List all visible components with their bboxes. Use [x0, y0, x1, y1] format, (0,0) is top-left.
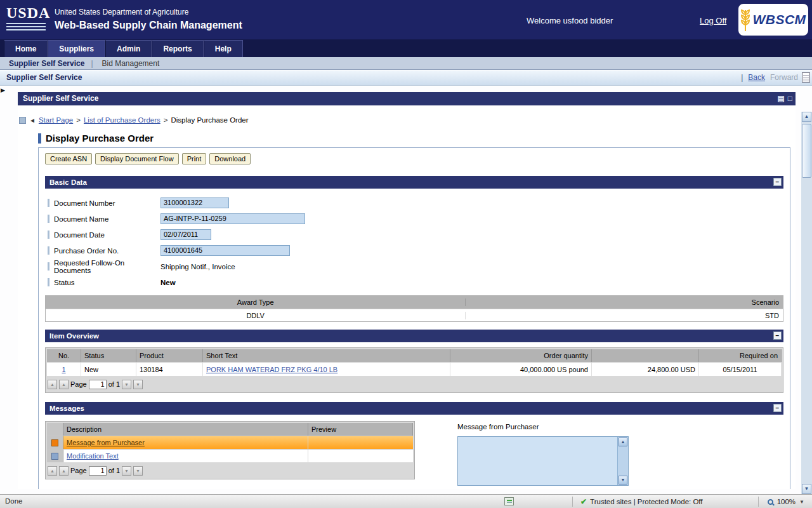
item-pagination: ▲ ▲ Page of 1 ▼ ▼: [47, 377, 782, 391]
panel-body: ◄ Start Page > List of Purchase Orders >…: [18, 105, 796, 489]
crumb-list-of-purchase-orders[interactable]: List of Purchase Orders: [84, 116, 160, 124]
field-marker: [48, 199, 49, 207]
maximize-icon[interactable]: □: [788, 92, 792, 105]
field-marker: [48, 246, 49, 255]
collapse-icon[interactable]: −: [773, 404, 782, 412]
back-link[interactable]: Back: [748, 73, 765, 82]
tab-suppliers[interactable]: Suppliers: [48, 40, 105, 57]
page-scrollbar[interactable]: ▲ ▼: [801, 112, 812, 494]
tab-reports[interactable]: Reports: [152, 40, 203, 57]
textarea-scrollbar[interactable]: ▲ ▼: [617, 437, 628, 485]
history-box-icon[interactable]: [19, 117, 26, 124]
logoff-link[interactable]: Log Off: [700, 16, 726, 25]
subnav-bid-management[interactable]: Bid Management: [93, 59, 169, 68]
messages-pagination: ▲ ▲ Page of 1 ▼ ▼: [47, 464, 413, 478]
create-asn-button[interactable]: Create ASN: [45, 153, 92, 164]
first-page-button[interactable]: ▲: [48, 380, 57, 389]
purchase-order-no-label: Purchase Order No.: [54, 247, 160, 255]
display-document-flow-button[interactable]: Display Document Flow: [95, 153, 179, 164]
scroll-up-icon[interactable]: ▲: [619, 438, 627, 446]
messages-section-header: Messages −: [45, 402, 783, 415]
tab-help[interactable]: Help: [204, 40, 243, 57]
document-number-value: 3100001322: [160, 197, 229, 208]
toolbar: Create ASN Display Document Flow Print D…: [45, 153, 790, 164]
col-status: Status: [81, 349, 136, 362]
messages-table: Description Preview Message from Purchas…: [45, 421, 415, 479]
status-bar: Done ✔ Trusted sites | Protected Mode: O…: [0, 494, 812, 508]
app-title: Web-Based Supply Chain Management: [55, 20, 242, 31]
wbscm-logo: WBSCM: [738, 4, 808, 36]
browser-zone-icon: [504, 497, 514, 505]
document-icon[interactable]: [802, 72, 810, 83]
item-short-text-link[interactable]: PORK HAM WATERAD FRZ PKG 4/10 LB: [206, 366, 337, 373]
notes-icon[interactable]: ▤: [777, 92, 784, 105]
col-required-on: Required on: [699, 349, 782, 362]
item-table: No. Status Product Short Text Order quan…: [45, 347, 783, 393]
content-box: Create ASN Display Document Flow Print D…: [38, 147, 790, 489]
zoom-control[interactable]: 100% ▼: [758, 497, 804, 507]
message-row-selected: Message from Purchaser: [47, 436, 413, 449]
follow-on-documents-value: Shipping Notif., Invoice: [160, 263, 235, 271]
scroll-down-button[interactable]: ▼: [802, 484, 811, 494]
crumb-separator: >: [76, 116, 81, 124]
print-button[interactable]: Print: [182, 153, 207, 164]
usda-logo: USDA: [6, 4, 48, 35]
message-preview-cell: [308, 436, 413, 449]
item-product: 130184: [136, 363, 203, 376]
panel-title: Supplier Self Service: [23, 94, 98, 103]
scroll-up-button[interactable]: ▲: [802, 112, 811, 122]
scenario-header: Scenario: [466, 298, 783, 306]
scroll-thumb[interactable]: [802, 124, 811, 178]
crumb-start-page[interactable]: Start Page: [39, 116, 73, 124]
col-marker: [47, 423, 63, 436]
next-page-button[interactable]: ▼: [122, 466, 131, 476]
welcome-text: Welcome usfood bidder: [527, 16, 613, 25]
wbscm-logo-text: WBSCM: [752, 12, 806, 27]
page-input[interactable]: [89, 466, 107, 476]
forward-link[interactable]: Forward: [770, 73, 798, 82]
crumb-current: Display Purchase Order: [171, 116, 249, 124]
app-header: USDA United States Department of Agricul…: [0, 0, 812, 39]
first-page-button[interactable]: ▲: [48, 466, 57, 476]
back-arrow-icon[interactable]: ◄: [29, 117, 36, 124]
page-title: Display Purchase Order: [46, 133, 154, 144]
status-text: Done: [5, 497, 23, 505]
messages-title: Messages: [49, 404, 84, 412]
zoom-icon: [768, 499, 773, 505]
subnav-supplier-self-service[interactable]: Supplier Self Service: [0, 59, 91, 68]
collapse-icon[interactable]: −: [773, 331, 782, 340]
field-marker: [48, 215, 49, 223]
last-page-button[interactable]: ▼: [133, 380, 143, 389]
tab-home[interactable]: Home: [4, 40, 48, 57]
message-from-purchaser-link[interactable]: Message from Purchaser: [67, 439, 145, 446]
tab-admin[interactable]: Admin: [105, 40, 152, 57]
sidebar-expand-icon[interactable]: ▶: [1, 87, 5, 93]
sub-nav: Supplier Self Service | Bid Management: [0, 57, 812, 70]
message-preview-label: Message from Purchaser: [457, 423, 629, 431]
page-input[interactable]: [89, 380, 107, 389]
messages-area: Description Preview Message from Purchas…: [45, 421, 783, 486]
download-button[interactable]: Download: [209, 153, 251, 164]
agency-name: United States Department of Agriculture: [55, 8, 188, 17]
message-preview-textarea[interactable]: ▲ ▼: [457, 436, 629, 486]
modification-text-link[interactable]: Modification Text: [67, 452, 119, 460]
security-check-icon: ✔: [580, 497, 587, 506]
table-row: 1 New 130184 PORK HAM WATERAD FRZ PKG 4/…: [47, 362, 782, 376]
scroll-down-icon[interactable]: ▼: [619, 476, 627, 485]
prev-page-button[interactable]: ▲: [59, 380, 69, 389]
item-no-link[interactable]: 1: [62, 366, 65, 373]
page-label: Page: [70, 467, 87, 474]
prev-page-button[interactable]: ▲: [59, 466, 69, 476]
last-page-button[interactable]: ▼: [133, 466, 143, 476]
breadcrumb-bar-title: Supplier Self Service: [6, 73, 82, 82]
next-page-button[interactable]: ▼: [122, 380, 131, 389]
panel-header: Supplier Self Service ▤ □: [18, 92, 796, 105]
supplier-self-service-panel: Supplier Self Service ▤ □ ◄ Start Page >…: [18, 92, 796, 489]
zoom-level: 100%: [777, 498, 796, 505]
blue-square-icon: [51, 453, 58, 460]
wheat-icon: [740, 8, 750, 32]
field-marker: [48, 278, 49, 286]
collapse-icon[interactable]: −: [773, 178, 782, 186]
message-preview-cell: [308, 450, 413, 462]
document-number-label: Document Number: [54, 199, 160, 207]
